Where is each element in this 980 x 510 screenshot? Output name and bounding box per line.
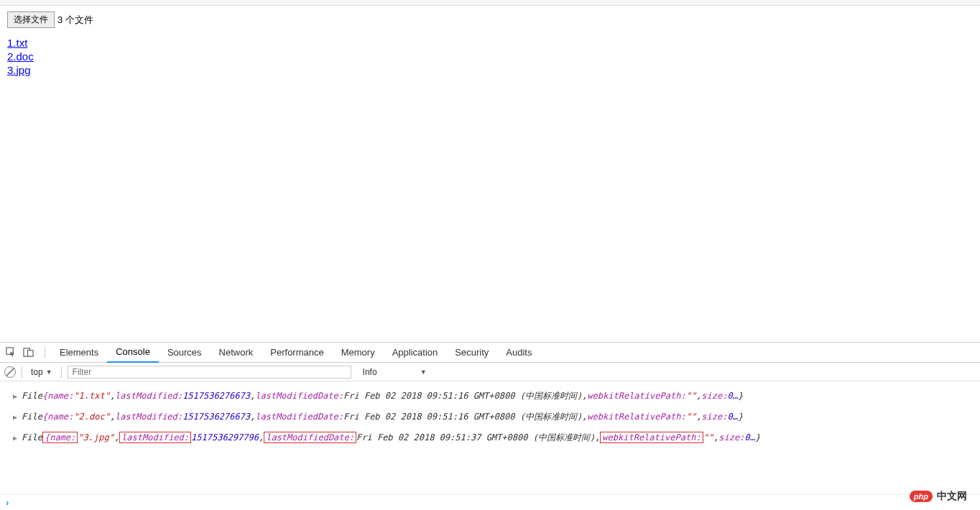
page-content: 选择文件 3 个文件 1.txt2.doc3.jpg bbox=[0, 6, 980, 82]
console-log-line[interactable]: ▶File {name: "2.doc", lastModified: 1517… bbox=[0, 407, 980, 427]
prop-value: "" bbox=[686, 391, 696, 401]
console-prompt[interactable]: › bbox=[0, 494, 980, 510]
tab-security[interactable]: Security bbox=[446, 343, 497, 363]
chevron-down-icon: ▼ bbox=[420, 368, 427, 376]
tab-console[interactable]: Console bbox=[107, 343, 159, 363]
console-log-line[interactable]: ▶File {name: "3.jpg", lastModified: 1517… bbox=[0, 427, 980, 448]
expand-arrow-icon[interactable]: ▶ bbox=[13, 392, 17, 400]
expand-arrow-icon[interactable]: ▶ bbox=[13, 434, 17, 442]
prop-name: lastModifiedDate: bbox=[255, 412, 343, 422]
prop-name: lastModified: bbox=[119, 432, 191, 443]
tab-memory[interactable]: Memory bbox=[333, 343, 384, 363]
prop-name: webkitRelativePath: bbox=[587, 391, 685, 401]
context-label: top bbox=[31, 367, 43, 377]
prop-name: size: bbox=[701, 391, 727, 401]
prop-name: webkitRelativePath: bbox=[600, 432, 703, 443]
prop-name: lastModified: bbox=[115, 391, 182, 401]
devtools-tab-bar: ElementsConsoleSourcesNetworkPerformance… bbox=[0, 343, 980, 363]
prop-name: size: bbox=[718, 432, 744, 442]
prop-value: Fri Feb 02 2018 09:51:16 GMT+0800 (中国标准时… bbox=[343, 390, 582, 402]
browser-toolbar bbox=[0, 0, 980, 6]
prop-value: 1517536276673 bbox=[182, 412, 250, 422]
log-level-selector[interactable]: Info ▼ bbox=[363, 367, 427, 377]
file-link[interactable]: 3.jpg bbox=[7, 64, 973, 76]
prop-name: lastModifiedDate: bbox=[264, 432, 356, 443]
tab-sources[interactable]: Sources bbox=[159, 343, 211, 363]
device-toggle-icon[interactable] bbox=[22, 346, 34, 359]
prop-name: webkitRelativePath: bbox=[587, 412, 685, 422]
watermark-logo: php bbox=[910, 491, 933, 502]
separator bbox=[61, 366, 62, 378]
svg-rect-2 bbox=[27, 351, 33, 356]
prop-value: "" bbox=[686, 412, 696, 422]
prop-name: {name: bbox=[42, 432, 78, 443]
prop-value: 1517536297796 bbox=[191, 432, 259, 442]
file-select-row: 选择文件 3 个文件 bbox=[7, 11, 973, 28]
prop-name: {name: bbox=[42, 412, 73, 422]
watermark-text: 中文网 bbox=[937, 490, 967, 503]
tab-network[interactable]: Network bbox=[211, 343, 262, 363]
prop-value: 1517536276673 bbox=[182, 391, 250, 401]
prop-value: "3.jpg" bbox=[78, 432, 114, 442]
prop-value: 0… bbox=[744, 432, 754, 442]
inspect-icon[interactable] bbox=[4, 346, 17, 359]
prop-value: 0… bbox=[727, 412, 737, 422]
log-level-label: Info bbox=[363, 367, 377, 377]
devtools-panel: ElementsConsoleSourcesNetworkPerformance… bbox=[0, 342, 980, 510]
prop-name: {name: bbox=[42, 391, 73, 401]
prop-name: lastModified: bbox=[115, 412, 182, 422]
separator bbox=[22, 366, 22, 378]
console-log-line[interactable]: ▶File {name: "1.txt", lastModified: 1517… bbox=[0, 386, 980, 407]
prompt-arrow-icon: › bbox=[6, 497, 9, 508]
separator bbox=[45, 347, 45, 358]
tab-application[interactable]: Application bbox=[384, 343, 447, 363]
file-link[interactable]: 1.txt bbox=[7, 37, 973, 49]
choose-file-button[interactable]: 选择文件 bbox=[7, 11, 55, 28]
filter-input[interactable] bbox=[68, 366, 351, 379]
file-count-label: 3 个文件 bbox=[57, 14, 93, 27]
context-selector[interactable]: top ▼ bbox=[28, 367, 55, 377]
tab-performance[interactable]: Performance bbox=[262, 343, 332, 363]
clear-console-icon[interactable] bbox=[4, 366, 16, 378]
prop-value: Fri Feb 02 2018 09:51:16 GMT+0800 (中国标准时… bbox=[343, 411, 582, 423]
tab-elements[interactable]: Elements bbox=[51, 343, 107, 363]
tab-audits[interactable]: Audits bbox=[497, 343, 540, 363]
file-link[interactable]: 2.doc bbox=[7, 50, 973, 62]
expand-arrow-icon[interactable]: ▶ bbox=[13, 413, 17, 421]
object-type: File bbox=[22, 432, 42, 442]
chevron-down-icon: ▼ bbox=[46, 368, 52, 376]
object-type: File bbox=[22, 412, 42, 422]
prop-value: "" bbox=[703, 432, 713, 442]
prop-value: 0… bbox=[727, 391, 737, 401]
prop-value: "1.txt" bbox=[73, 391, 110, 401]
console-output[interactable]: ▶File {name: "1.txt", lastModified: 1517… bbox=[0, 381, 980, 494]
object-type: File bbox=[22, 391, 42, 401]
console-filter-bar: top ▼ Info ▼ bbox=[0, 363, 980, 381]
prop-value: Fri Feb 02 2018 09:51:37 GMT+0800 (中国标准时… bbox=[356, 432, 595, 444]
file-links-list: 1.txt2.doc3.jpg bbox=[7, 37, 973, 76]
prop-name: size: bbox=[701, 412, 727, 422]
prop-name: lastModifiedDate: bbox=[255, 391, 343, 401]
watermark: php 中文网 bbox=[910, 490, 967, 503]
prop-value: "2.doc" bbox=[73, 412, 110, 422]
